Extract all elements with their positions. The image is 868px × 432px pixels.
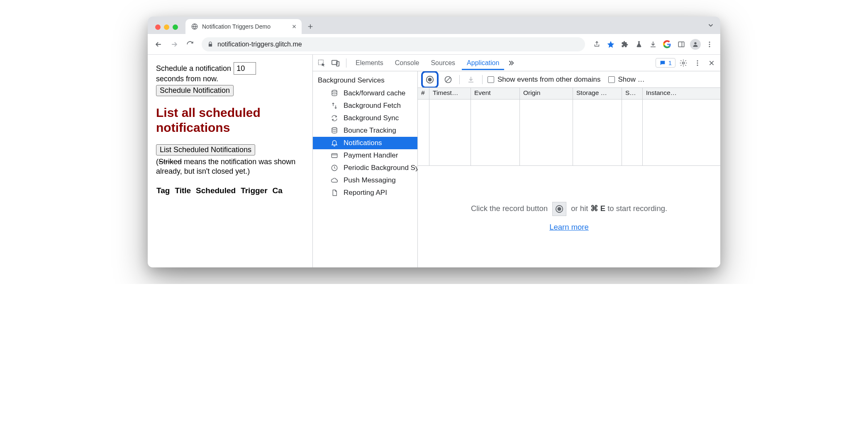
col-index[interactable]: # [418,88,429,99]
col-origin[interactable]: Origin [520,88,573,99]
devtools-tabs: Elements Console Sources Application 1 [313,55,720,71]
schedule-notification-button[interactable]: Schedule Notification [156,85,234,96]
labs-flask-icon[interactable] [632,38,646,51]
close-window-button[interactable] [155,24,161,30]
page-heading: List all scheduled notifications [156,105,304,135]
google-icon[interactable] [661,38,674,51]
record-button[interactable] [424,73,436,86]
browser-toolbar: notification-triggers.glitch.me [148,34,720,55]
svg-point-3 [709,41,710,43]
clear-button[interactable] [442,73,454,86]
profile-avatar[interactable] [689,38,702,51]
recording-hint: Click the record button or hit ⌘ E to st… [418,166,720,267]
tab-title: Notification Triggers Demo [202,23,271,30]
th-tag: Tag [156,186,170,196]
sidebar-item-payment[interactable]: Payment Handler [313,149,417,162]
sidebar-item-notifications[interactable]: Notifications [313,137,417,149]
sidebar-item-push[interactable]: Push Messaging [313,174,417,187]
devtools-sidebar: Background Services Back/forward cache B… [313,71,418,267]
seconds-input[interactable] [234,62,256,75]
devtools-menu-icon[interactable] [691,57,704,69]
side-panel-icon[interactable] [675,38,688,51]
clock-icon [330,164,339,172]
col-event[interactable]: Event [471,88,520,99]
devtools-actionbar: Show events from other domains Show … [418,71,720,88]
browser-window: Notification Triggers Demo notification-… [148,17,720,267]
col-storage[interactable]: Storage … [573,88,622,99]
list-notifications-button[interactable]: List Scheduled Notifications [156,144,255,155]
svg-point-9 [683,62,685,64]
downloads-icon[interactable] [646,38,660,51]
th-cancel: Ca [272,186,283,196]
svg-point-14 [332,128,337,130]
more-tabs-icon[interactable] [506,57,518,69]
events-table-header: # Timest… Event Origin Storage … S… Inst… [418,88,720,100]
reload-button[interactable] [183,38,197,51]
col-s[interactable]: S… [622,88,643,99]
tab-application[interactable]: Application [462,56,504,70]
minimize-window-button[interactable] [164,24,169,30]
extensions-icon[interactable] [618,38,631,51]
sidebar-item-bg-sync[interactable]: Background Sync [313,112,417,124]
device-toggle-icon[interactable] [329,57,342,69]
sidebar-heading: Background Services [313,74,417,87]
schedule-label-post: seconds from now. [156,75,304,83]
url-text: notification-triggers.glitch.me [217,41,302,48]
shortcut-e: E [600,204,605,212]
svg-point-12 [697,64,698,66]
sidebar-item-reporting[interactable]: Reporting API [313,187,417,199]
tabs-dropdown-icon[interactable] [707,22,714,29]
svg-point-21 [558,207,561,211]
tab-sources[interactable]: Sources [426,56,460,70]
svg-point-2 [694,42,696,44]
th-trigger: Trigger [240,186,268,196]
sync-icon [330,114,339,122]
shortcut-cmd: ⌘ [590,204,598,212]
col-timestamp[interactable]: Timest… [429,88,471,99]
tab-strip: Notification Triggers Demo [148,17,720,34]
close-tab-icon[interactable] [291,23,297,30]
record-button-highlight [421,71,439,88]
new-tab-button[interactable] [304,20,317,33]
sidebar-item-bg-fetch[interactable]: Background Fetch [313,100,417,112]
show-more-checkbox[interactable]: Show … [608,75,645,84]
tab-console[interactable]: Console [390,56,424,70]
bookmark-star-icon[interactable] [604,38,617,51]
issues-button[interactable]: 1 [656,58,675,68]
th-title: Title [174,186,191,196]
col-instance[interactable]: Instance… [643,88,720,99]
inspect-icon[interactable] [315,57,328,69]
content-area: Schedule a notification seconds from now… [148,55,720,267]
sidebar-item-periodic[interactable]: Periodic Background Sync [313,162,417,174]
browser-menu-icon[interactable] [703,38,716,51]
database-icon [330,90,339,97]
show-other-domains-checkbox[interactable]: Show events from other domains [488,75,601,84]
devtools-panel: Elements Console Sources Application 1 [313,55,720,267]
lock-icon [207,41,213,47]
learn-more-link[interactable]: Learn more [549,223,589,232]
settings-gear-icon[interactable] [677,57,690,69]
bell-icon [330,139,339,147]
svg-rect-1 [678,42,684,47]
share-icon[interactable] [590,38,603,51]
sidebar-item-bfcache[interactable]: Back/forward cache [313,87,417,100]
page-table-header: Tag Title Scheduled Trigger Ca [156,186,304,196]
svg-rect-15 [332,154,337,158]
svg-point-5 [709,46,710,47]
browser-tab[interactable]: Notification Triggers Demo [185,19,302,34]
svg-point-13 [332,90,337,92]
fetch-icon [330,102,339,109]
devtools-close-icon[interactable] [705,57,718,69]
svg-point-11 [697,62,698,63]
issues-count: 1 [668,59,672,66]
back-button[interactable] [152,38,165,51]
maximize-window-button[interactable] [173,24,178,30]
tab-elements[interactable]: Elements [351,56,388,70]
address-bar[interactable]: notification-triggers.glitch.me [202,37,585,51]
card-icon [330,152,339,159]
forward-button[interactable] [168,38,181,51]
toolbar-actions [590,38,716,51]
svg-point-10 [697,60,698,61]
sidebar-item-bounce[interactable]: Bounce Tracking [313,124,417,137]
save-button[interactable] [465,73,477,86]
